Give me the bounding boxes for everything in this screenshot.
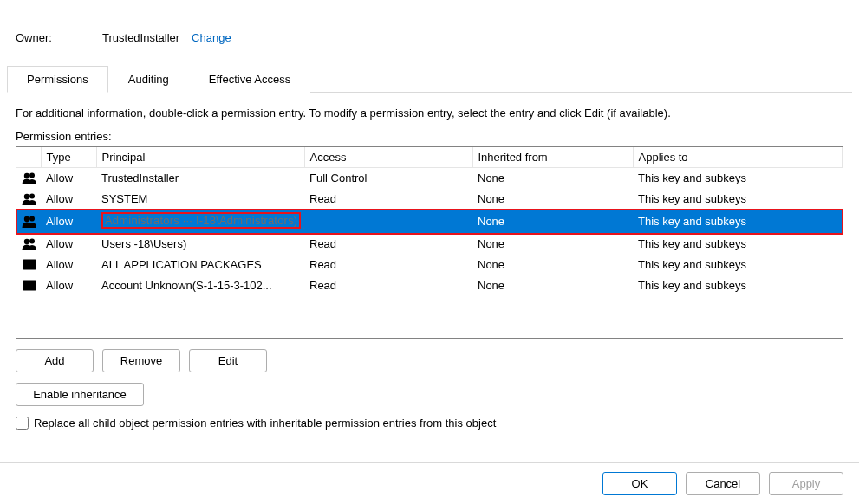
cancel-button[interactable]: Cancel bbox=[686, 472, 760, 495]
cell-applies: This key and subkeys bbox=[633, 168, 843, 189]
tab-auditing[interactable]: Auditing bbox=[108, 66, 189, 93]
cell-access: Full Control bbox=[304, 168, 472, 189]
ok-button[interactable]: OK bbox=[602, 472, 677, 495]
replace-child-label: Replace all child object permission entr… bbox=[34, 417, 496, 430]
owner-value: TrustedInstaller bbox=[102, 31, 179, 44]
cell-principal: SYSTEM bbox=[96, 189, 304, 210]
cell-applies: This key and subkeys bbox=[633, 275, 843, 296]
permission-entries-table-wrap: Type Principal Access Inherited from App… bbox=[16, 146, 843, 339]
group-icon bbox=[16, 234, 41, 255]
remove-button[interactable]: Remove bbox=[102, 349, 180, 372]
group-icon bbox=[16, 168, 41, 189]
table-row[interactable]: AllowAccount Unknown(S-1-15-3-102...Read… bbox=[16, 275, 843, 296]
group-icon bbox=[16, 210, 41, 234]
table-row[interactable]: AllowAdministrators ··· I-18\Administrat… bbox=[16, 210, 843, 234]
permission-entries-label: Permission entries: bbox=[0, 130, 859, 146]
cell-inherited: None bbox=[472, 234, 633, 255]
col-header-access[interactable]: Access bbox=[304, 147, 472, 168]
cell-access: Read bbox=[304, 234, 472, 255]
app-package-icon bbox=[16, 275, 41, 296]
enable-inheritance-button[interactable]: Enable inheritance bbox=[16, 383, 144, 406]
cell-type: Allow bbox=[41, 210, 96, 234]
change-owner-link[interactable]: Change bbox=[192, 31, 231, 44]
instruction-text: For additional information, double-click… bbox=[0, 93, 859, 130]
cell-type: Allow bbox=[41, 189, 96, 210]
owner-label: Owner: bbox=[16, 31, 102, 44]
cell-principal: ALL APPLICATION PACKAGES bbox=[96, 255, 304, 275]
cell-principal: Account Unknown(S-1-15-3-102... bbox=[96, 275, 304, 296]
cell-principal: Users -18\Users) bbox=[96, 234, 304, 255]
col-header-inherited[interactable]: Inherited from bbox=[472, 147, 633, 168]
cell-applies: This key and subkeys bbox=[633, 189, 843, 210]
cell-access: Read bbox=[304, 255, 472, 275]
tab-permissions[interactable]: Permissions bbox=[7, 66, 108, 93]
cell-inherited: None bbox=[472, 168, 633, 189]
cell-applies: This key and subkeys bbox=[633, 255, 843, 275]
app-package-icon bbox=[16, 255, 41, 275]
cell-principal: TrustedInstaller bbox=[96, 168, 304, 189]
apply-button[interactable]: Apply bbox=[769, 472, 843, 495]
cell-access: Read bbox=[304, 275, 472, 296]
table-row[interactable]: AllowUsers -18\Users)ReadNoneThis key an… bbox=[16, 234, 843, 255]
cell-inherited: None bbox=[472, 210, 633, 234]
tabs-bar: Permissions Auditing Effective Access bbox=[7, 65, 852, 93]
add-button[interactable]: Add bbox=[16, 349, 94, 372]
col-header-principal[interactable]: Principal bbox=[96, 147, 304, 168]
cell-type: Allow bbox=[41, 168, 96, 189]
cell-inherited: None bbox=[472, 275, 633, 296]
edit-button[interactable]: Edit bbox=[189, 349, 267, 372]
table-row[interactable]: AllowTrustedInstallerFull ControlNoneThi… bbox=[16, 168, 843, 189]
table-row[interactable]: AllowSYSTEMReadNoneThis key and subkeys bbox=[16, 189, 843, 210]
cell-principal: Administrators ··· I-18\Administrators) bbox=[96, 210, 304, 234]
replace-child-checkbox[interactable] bbox=[16, 417, 29, 430]
col-header-type[interactable]: Type bbox=[41, 147, 96, 168]
permission-entries-table: Type Principal Access Inherited from App… bbox=[16, 147, 843, 296]
cell-inherited: None bbox=[472, 255, 633, 275]
cell-applies: This key and subkeys bbox=[633, 210, 843, 234]
cell-applies: This key and subkeys bbox=[633, 234, 843, 255]
tab-effective-access[interactable]: Effective Access bbox=[189, 66, 310, 93]
cell-type: Allow bbox=[41, 234, 96, 255]
group-icon bbox=[16, 189, 41, 210]
cell-access: Read bbox=[304, 189, 472, 210]
col-header-icon[interactable] bbox=[16, 147, 41, 168]
cell-inherited: None bbox=[472, 189, 633, 210]
cell-access bbox=[304, 210, 472, 234]
table-row[interactable]: AllowALL APPLICATION PACKAGESReadNoneThi… bbox=[16, 255, 843, 275]
col-header-applies[interactable]: Applies to bbox=[633, 147, 843, 168]
cell-type: Allow bbox=[41, 275, 96, 296]
cell-type: Allow bbox=[41, 255, 96, 275]
